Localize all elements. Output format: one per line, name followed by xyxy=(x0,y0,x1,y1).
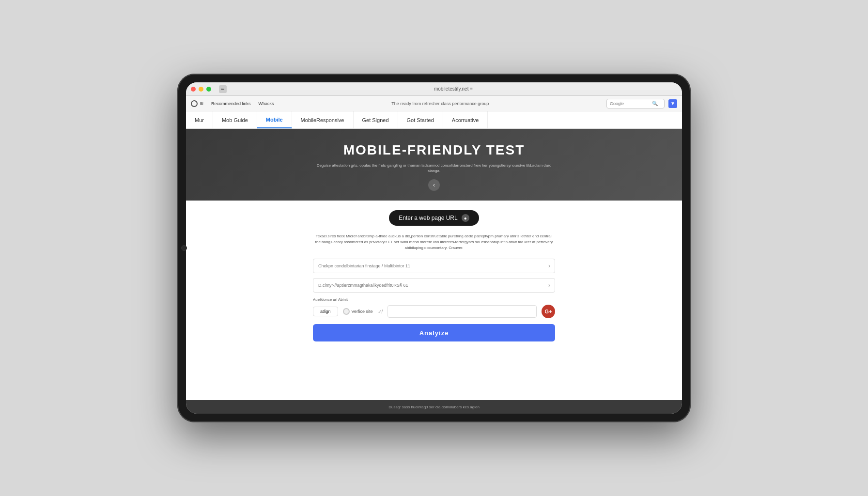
url-pill-icon: ● xyxy=(462,214,469,222)
tab-mobile-responsive[interactable]: MobileResponsive xyxy=(292,111,354,128)
browser-logo: ≋ xyxy=(191,100,203,107)
titlebar-url: mobiletestify.net ≡ xyxy=(259,86,648,92)
tab-acorruative[interactable]: Acorruative xyxy=(443,111,488,128)
auth-text-input[interactable] xyxy=(388,305,537,318)
auth-label: Auelkionce url Abinit xyxy=(313,297,555,302)
radio-label: Verfice site xyxy=(352,309,373,314)
browser-toolbar: ≋ Recommended links Whacks The ready fro… xyxy=(186,96,682,111)
device-camera xyxy=(181,245,187,251)
back-btn[interactable]: ⬅ xyxy=(219,85,227,93)
radio-button[interactable] xyxy=(343,308,350,315)
hero-subtitle: Deguise attestation grts, opulas the fre… xyxy=(313,163,555,173)
form-group-select1 xyxy=(313,259,555,273)
tab-mur[interactable]: Mur xyxy=(186,111,213,128)
analyze-button[interactable]: Analyize xyxy=(313,324,555,341)
auth-section: Auelkionce url Abinit atlign Verfice sit… xyxy=(313,297,555,318)
tab-mobile[interactable]: Mobile xyxy=(257,111,292,128)
form-group-select2 xyxy=(313,278,555,293)
close-btn[interactable] xyxy=(191,87,196,92)
select1-input[interactable] xyxy=(313,259,555,273)
logo-circle xyxy=(191,100,198,107)
toolbar-nav-links[interactable]: Recommended links xyxy=(211,101,251,106)
radio-group: Verfice site xyxy=(343,308,373,315)
nav-tabs: Mur Mob Guide Mobile MobileResponsive Ge… xyxy=(186,111,682,129)
hero-title: MOBILE-FRIENDLY TEST xyxy=(196,142,672,158)
minimize-btn[interactable] xyxy=(199,87,203,92)
device-screen: ⬅ mobiletestify.net ≡ ≋ Recommended link… xyxy=(186,82,682,414)
url-pill-label: Enter a web page URL xyxy=(399,215,457,221)
tab-got-started[interactable]: Got Started xyxy=(398,111,443,128)
maximize-btn[interactable] xyxy=(206,87,211,92)
select2-input[interactable] xyxy=(313,278,555,293)
toolbar-whacks[interactable]: Whacks xyxy=(259,101,274,106)
form-section: Auelkionce url Abinit atlign Verfice sit… xyxy=(313,259,555,341)
search-bar[interactable]: 🔍 xyxy=(606,99,665,108)
search-input[interactable] xyxy=(610,101,649,106)
checkmark-icon: ✓/ xyxy=(378,309,383,314)
main-content: Enter a web page URL ● Texacl.sires flec… xyxy=(186,201,682,400)
tab-mob-guide[interactable]: Mob Guide xyxy=(213,111,257,128)
toolbar-center-text: The ready from refresher class performan… xyxy=(278,101,603,106)
search-icon[interactable]: 🔍 xyxy=(651,99,659,108)
url-pill-button[interactable]: Enter a web page URL ● xyxy=(389,210,479,226)
auth-controls: atlign Verfice site ✓/ G+ xyxy=(313,305,555,318)
hero-section: MOBILE-FRIENDLY TEST Deguise attestation… xyxy=(186,129,682,201)
description-text: Texacl.sires fleck Micref arebitship a-t… xyxy=(313,233,555,251)
footer: Dussgr sass hueintag3 sor cla domolubers… xyxy=(186,400,682,414)
tab-get-signed[interactable]: Get Signed xyxy=(354,111,398,128)
titlebar: ⬅ mobiletestify.net ≡ xyxy=(186,82,682,96)
device-frame: ⬅ mobiletestify.net ≡ ≋ Recommended link… xyxy=(177,74,691,422)
hero-chevron-icon[interactable]: ‹ xyxy=(428,179,440,191)
footer-text: Dussgr sass hueintag3 sor cla domolubers… xyxy=(388,405,480,409)
wifi-icon: ≋ xyxy=(200,101,203,106)
toolbar-action-btn[interactable]: ▼ xyxy=(668,99,677,108)
g-plus-button[interactable]: G+ xyxy=(542,305,555,318)
auth-atlign-button[interactable]: atlign xyxy=(313,307,338,316)
